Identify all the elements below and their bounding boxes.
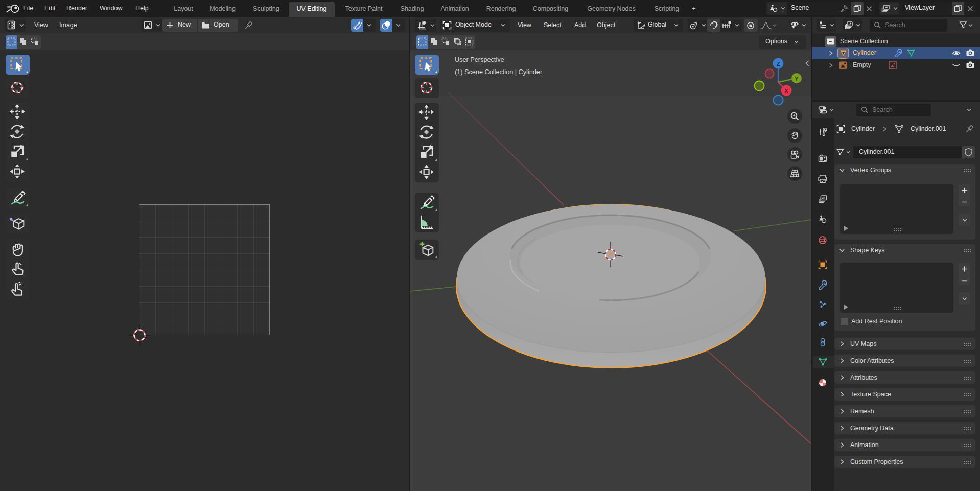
svg-text:X: X <box>784 88 788 94</box>
svg-text:User Perspective: User Perspective <box>455 56 504 63</box>
svg-text:(1) Scene Collection | Cylinde: (1) Scene Collection | Cylinder <box>455 68 543 76</box>
svg-text:Y: Y <box>795 76 799 82</box>
svg-text:Z: Z <box>777 61 780 67</box>
